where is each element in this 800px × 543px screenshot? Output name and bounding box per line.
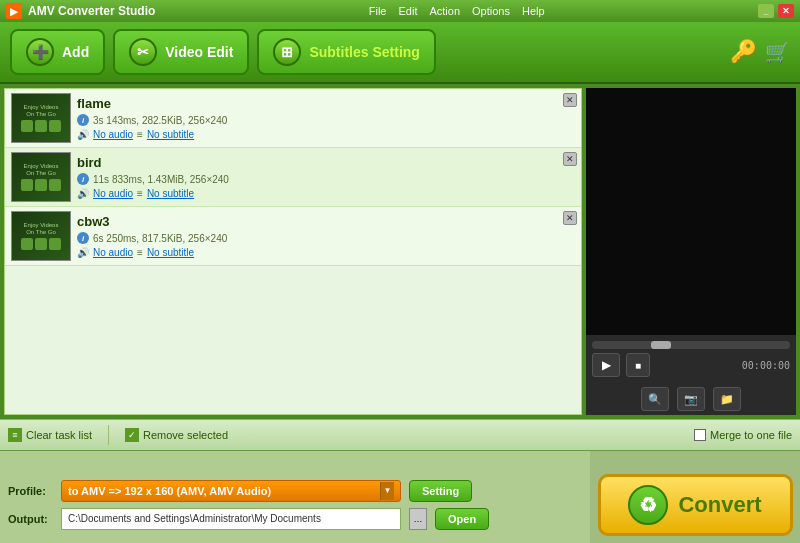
play-button[interactable]: ▶ bbox=[592, 353, 620, 377]
snapshot-button[interactable]: 📷 bbox=[677, 387, 705, 411]
open-button[interactable]: Open bbox=[435, 508, 489, 530]
separator bbox=[108, 425, 109, 445]
preview-controls: ▶ ■ 00:00:00 bbox=[586, 335, 796, 383]
file-thumbnail: Enjoy VideosOn The Go bbox=[11, 152, 71, 202]
file-list: Enjoy VideosOn The Go flame i 3s 143ms, … bbox=[4, 88, 582, 415]
audio-icon: 🔊 bbox=[77, 247, 89, 258]
menu-edit[interactable]: Edit bbox=[398, 5, 417, 17]
file-meta: i 6s 250ms, 817.5KiB, 256×240 bbox=[77, 232, 575, 244]
convert-area: ♻ Convert bbox=[590, 451, 800, 543]
menu-bar: File Edit Action Options Help bbox=[369, 5, 545, 17]
no-subtitle-link[interactable]: No subtitle bbox=[147, 188, 194, 199]
title-bar: ▶ AMV Converter Studio File Edit Action … bbox=[0, 0, 800, 22]
merge-checkbox[interactable] bbox=[694, 429, 706, 441]
time-display: 00:00:00 bbox=[742, 360, 790, 371]
merge-label: Merge to one file bbox=[710, 429, 792, 441]
convert-button[interactable]: ♻ Convert bbox=[598, 474, 793, 536]
no-subtitle-link[interactable]: No subtitle bbox=[147, 247, 194, 258]
list-item: Enjoy VideosOn The Go bird i 11s 833ms, … bbox=[5, 148, 581, 207]
remove-icon: ✓ bbox=[125, 428, 139, 442]
file-thumbnail: Enjoy VideosOn The Go bbox=[11, 93, 71, 143]
subtitles-button[interactable]: ⊞ Subtitles Setting bbox=[257, 29, 435, 75]
clear-icon: ≡ bbox=[8, 428, 22, 442]
info-icon: i bbox=[77, 114, 89, 126]
output-label: Output: bbox=[8, 513, 53, 525]
stop-button[interactable]: ■ bbox=[626, 353, 650, 377]
remove-item-button[interactable]: ✕ bbox=[563, 152, 577, 166]
merge-row: Merge to one file bbox=[694, 429, 792, 441]
output-row: Output: C:\Documents and Settings\Admini… bbox=[8, 507, 582, 531]
info-icon: i bbox=[77, 232, 89, 244]
file-name: bird bbox=[77, 155, 575, 170]
list-item: Enjoy VideosOn The Go cbw3 i 6s 250ms, 8… bbox=[5, 207, 581, 266]
preview-screen bbox=[586, 88, 796, 335]
no-audio-link[interactable]: No audio bbox=[93, 188, 133, 199]
audio-icon: 🔊 bbox=[77, 129, 89, 140]
dropdown-arrow-icon: ▼ bbox=[380, 482, 394, 500]
file-name: flame bbox=[77, 96, 575, 111]
file-name: cbw3 bbox=[77, 214, 575, 229]
menu-options[interactable]: Options bbox=[472, 5, 510, 17]
remove-item-button[interactable]: ✕ bbox=[563, 93, 577, 107]
menu-help[interactable]: Help bbox=[522, 5, 545, 17]
zoom-button[interactable]: 🔍 bbox=[641, 387, 669, 411]
cart-icon[interactable]: 🛒 bbox=[765, 40, 790, 64]
remove-item-button[interactable]: ✕ bbox=[563, 211, 577, 225]
add-button[interactable]: ➕ Add bbox=[10, 29, 105, 75]
setting-button[interactable]: Setting bbox=[409, 480, 472, 502]
no-subtitle-link[interactable]: No subtitle bbox=[147, 129, 194, 140]
profile-row: Profile: to AMV => 192 x 160 (AMV, AMV A… bbox=[8, 479, 582, 503]
no-audio-link[interactable]: No audio bbox=[93, 247, 133, 258]
menu-action[interactable]: Action bbox=[429, 5, 460, 17]
folder-button[interactable]: 📁 bbox=[713, 387, 741, 411]
main-area: Enjoy VideosOn The Go flame i 3s 143ms, … bbox=[0, 84, 800, 419]
key-icon[interactable]: 🔑 bbox=[730, 39, 757, 65]
clear-tasklist-button[interactable]: ≡ Clear task list bbox=[8, 428, 92, 442]
close-button[interactable]: ✕ bbox=[778, 4, 794, 18]
profile-dropdown[interactable]: to AMV => 192 x 160 (AMV, AMV Audio) ▼ bbox=[61, 480, 401, 502]
output-path: C:\Documents and Settings\Administrator\… bbox=[61, 508, 401, 530]
convert-label: Convert bbox=[678, 492, 761, 518]
video-edit-button[interactable]: ✂ Video Edit bbox=[113, 29, 249, 75]
main-toolbar: ➕ Add ✂ Video Edit ⊞ Subtitles Setting 🔑… bbox=[0, 22, 800, 84]
profile-value: to AMV => 192 x 160 (AMV, AMV Audio) bbox=[68, 485, 380, 497]
file-audio-sub: 🔊 No audio ≡ No subtitle bbox=[77, 188, 575, 199]
app-title: AMV Converter Studio bbox=[28, 4, 155, 18]
audio-icon: 🔊 bbox=[77, 188, 89, 199]
bottom-toolbar: ≡ Clear task list ✓ Remove selected Merg… bbox=[0, 419, 800, 451]
seek-bar[interactable] bbox=[592, 341, 790, 349]
minimize-button[interactable]: _ bbox=[758, 4, 774, 18]
app-icon: ▶ bbox=[6, 3, 22, 19]
file-meta: i 11s 833ms, 1.43MiB, 256×240 bbox=[77, 173, 575, 185]
subtitles-icon: ⊞ bbox=[273, 38, 301, 66]
remove-selected-button[interactable]: ✓ Remove selected bbox=[125, 428, 228, 442]
add-icon: ➕ bbox=[26, 38, 54, 66]
preview-tools: 🔍 📷 📁 bbox=[586, 383, 796, 415]
browse-icon[interactable]: … bbox=[409, 508, 427, 530]
file-audio-sub: 🔊 No audio ≡ No subtitle bbox=[77, 129, 575, 140]
window-controls: _ ✕ bbox=[758, 4, 794, 18]
file-audio-sub: 🔊 No audio ≡ No subtitle bbox=[77, 247, 575, 258]
info-icon: i bbox=[77, 173, 89, 185]
file-meta: i 3s 143ms, 282.5KiB, 256×240 bbox=[77, 114, 575, 126]
profile-label: Profile: bbox=[8, 485, 53, 497]
scissors-icon: ✂ bbox=[129, 38, 157, 66]
menu-file[interactable]: File bbox=[369, 5, 387, 17]
file-thumbnail: Enjoy VideosOn The Go bbox=[11, 211, 71, 261]
list-item: Enjoy VideosOn The Go flame i 3s 143ms, … bbox=[5, 89, 581, 148]
bottom-area: Profile: to AMV => 192 x 160 (AMV, AMV A… bbox=[0, 451, 800, 543]
convert-icon: ♻ bbox=[628, 485, 668, 525]
preview-panel: ▶ ■ 00:00:00 🔍 📷 📁 bbox=[586, 88, 796, 415]
seek-thumb bbox=[651, 341, 671, 349]
no-audio-link[interactable]: No audio bbox=[93, 129, 133, 140]
